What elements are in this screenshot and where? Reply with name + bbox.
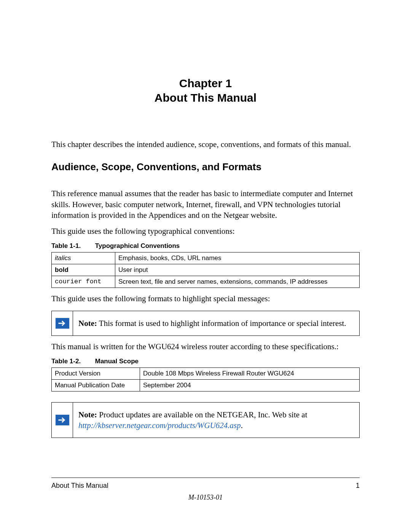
- table-title: Manual Scope: [95, 358, 139, 365]
- note-suffix: .: [241, 421, 243, 430]
- body-paragraph: This guide uses the following formats to…: [51, 293, 360, 304]
- note-icon-cell: [51, 402, 73, 438]
- note-text: Note: Product updates are available on t…: [73, 402, 360, 438]
- table-row: courier font Screen text, file and serve…: [52, 276, 360, 288]
- note-block: Note: This format is used to highlight i…: [51, 311, 360, 336]
- arrow-right-icon: [56, 318, 69, 329]
- convention-desc: User input: [115, 264, 360, 276]
- section-heading: Audience, Scope, Conventions, and Format…: [51, 161, 360, 173]
- scope-label: Manual Publication Date: [52, 379, 140, 391]
- table-row: italics Emphasis, books, CDs, URL names: [52, 252, 360, 264]
- note-label: Note:: [78, 410, 97, 419]
- scope-label: Product Version: [52, 367, 140, 379]
- note-label: Note:: [78, 319, 97, 328]
- note-text: Note: This format is used to highlight i…: [73, 311, 360, 336]
- body-paragraph: This manual is written for the WGU624 wi…: [51, 341, 360, 352]
- document-page: Chapter 1 About This Manual This chapter…: [0, 0, 411, 532]
- convention-label: italics: [52, 252, 115, 264]
- intro-paragraph: This chapter describes the intended audi…: [51, 139, 360, 150]
- convention-label: courier font: [52, 276, 115, 288]
- note-link[interactable]: http://kbserver.netgear.com/products/WGU…: [78, 421, 241, 430]
- arrow-right-icon: [56, 415, 69, 425]
- body-paragraph: This reference manual assumes that the r…: [51, 188, 360, 220]
- table-number: Table 1-2.: [51, 358, 93, 365]
- table-row: Manual Publication Date September 2004: [52, 379, 360, 391]
- manual-scope-table: Product Version Double 108 Mbps Wireless…: [51, 367, 360, 391]
- scope-value: Double 108 Mbps Wireless Firewall Router…: [140, 367, 360, 379]
- page-footer: About This Manual 1 M-10153-01: [51, 478, 360, 502]
- document-id: M-10153-01: [51, 494, 360, 502]
- note-icon-cell: [51, 311, 73, 336]
- convention-desc: Screen text, file and server names, exte…: [115, 276, 360, 288]
- typographical-conventions-table: italics Emphasis, books, CDs, URL names …: [51, 252, 360, 288]
- chapter-number: Chapter 1: [179, 77, 232, 89]
- scope-value: September 2004: [140, 379, 360, 391]
- table-row: bold User input: [52, 264, 360, 276]
- convention-label: bold: [52, 264, 115, 276]
- body-paragraph: This guide uses the following typographi…: [51, 226, 360, 236]
- chapter-title: Chapter 1 About This Manual: [51, 76, 360, 105]
- table-caption: Table 1-1. Typographical Conventions: [51, 242, 360, 250]
- table-title: Typographical Conventions: [95, 242, 180, 249]
- page-number: 1: [356, 482, 360, 490]
- note-block: Note: Product updates are available on t…: [51, 402, 360, 438]
- footer-section-name: About This Manual: [51, 482, 108, 490]
- note-body: Product updates are available on the NET…: [97, 410, 307, 419]
- table-caption: Table 1-2. Manual Scope: [51, 358, 360, 365]
- footer-line: About This Manual 1: [51, 478, 360, 490]
- table-number: Table 1-1.: [51, 242, 93, 250]
- note-body: This format is used to highlight informa…: [97, 319, 346, 328]
- table-row: Product Version Double 108 Mbps Wireless…: [52, 367, 360, 379]
- chapter-name: About This Manual: [155, 91, 256, 104]
- convention-desc: Emphasis, books, CDs, URL names: [115, 252, 360, 264]
